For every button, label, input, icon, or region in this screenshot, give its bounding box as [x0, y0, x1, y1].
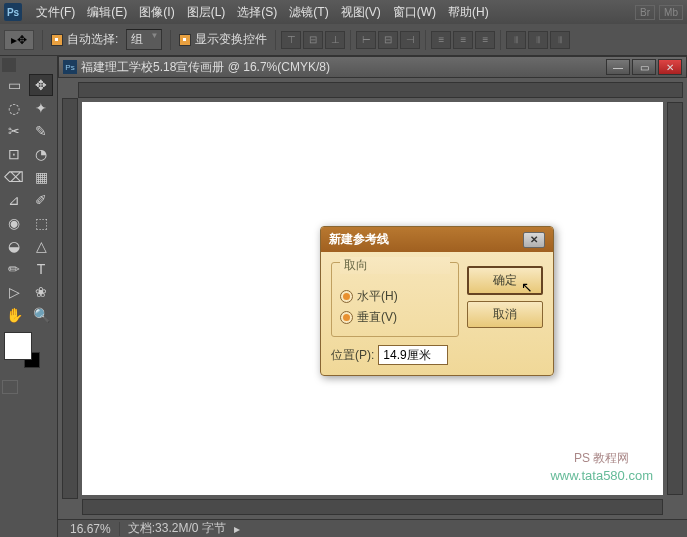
menu-layer[interactable]: 图层(L): [181, 4, 232, 21]
minimize-button[interactable]: —: [606, 59, 630, 75]
dialog-close-button[interactable]: ✕: [523, 232, 545, 248]
statusbar: 16.67% 文档:33.2M/0 字节 ▸: [58, 519, 687, 537]
menu-edit[interactable]: 编辑(E): [81, 4, 133, 21]
tool-button[interactable]: 🔍: [29, 304, 53, 326]
dist-left-icon[interactable]: ⫴: [506, 31, 526, 49]
menu-view[interactable]: 视图(V): [335, 4, 387, 21]
radio-vertical[interactable]: 垂直(V): [340, 307, 450, 328]
foreground-swatch[interactable]: [4, 332, 32, 360]
tool-button[interactable]: ✂: [2, 120, 26, 142]
autoselect-combo[interactable]: 组: [126, 29, 162, 50]
ruler-horizontal[interactable]: [78, 82, 683, 98]
tool-button[interactable]: ✦: [29, 97, 53, 119]
transform-label: 显示变换控件: [195, 31, 267, 48]
menu-select[interactable]: 选择(S): [231, 4, 283, 21]
dialog-title[interactable]: 新建参考线 ✕: [321, 227, 553, 252]
watermark-text: PS 教程网: [550, 450, 653, 467]
menubar: Ps 文件(F) 编辑(E) 图像(I) 图层(L) 选择(S) 滤镜(T) 视…: [0, 0, 687, 24]
cursor-icon: ↖: [521, 279, 533, 295]
dist-bottom-icon[interactable]: ≡: [475, 31, 495, 49]
tool-button[interactable]: ◉: [2, 212, 26, 234]
doc-info[interactable]: 文档:33.2M/0 字节: [120, 520, 234, 537]
align-left-icon[interactable]: ⊢: [356, 31, 376, 49]
align-top-icon[interactable]: ⊤: [281, 31, 301, 49]
tool-button[interactable]: ✥: [29, 74, 53, 96]
maximize-button[interactable]: ▭: [632, 59, 656, 75]
doc-icon: Ps: [63, 60, 77, 74]
toolbox: ▭✥◌✦✂✎⊡◔⌫▦⊿✐◉⬚◒△✏T▷❀✋🔍: [0, 56, 58, 537]
radio-icon: [340, 311, 353, 324]
menu-window[interactable]: 窗口(W): [387, 4, 442, 21]
current-tool-indicator[interactable]: ▸✥: [4, 30, 34, 50]
watermark-url: www.tata580.com: [550, 467, 653, 485]
dist-hcenter-icon[interactable]: ⫴: [528, 31, 548, 49]
radio-horizontal-label: 水平(H): [357, 288, 398, 305]
doc-title: 福建理工学校5.18宣传画册 @ 16.7%(CMYK/8): [81, 59, 606, 76]
ruler-vertical[interactable]: [62, 98, 78, 499]
close-button[interactable]: ✕: [658, 59, 682, 75]
ok-label: 确定: [493, 273, 517, 287]
app-logo: Ps: [4, 3, 22, 21]
minibridge-badge[interactable]: Mb: [659, 5, 683, 20]
tool-button[interactable]: ✐: [29, 189, 53, 211]
orientation-fieldset: 取向 水平(H) 垂直(V): [331, 262, 459, 337]
autoselect-checkbox[interactable]: 自动选择:: [47, 31, 122, 48]
tool-button[interactable]: ⌫: [2, 166, 26, 188]
scrollbar-horizontal[interactable]: [82, 499, 663, 515]
zoom-value[interactable]: 16.67%: [62, 522, 120, 536]
align-vcenter-icon[interactable]: ⊟: [303, 31, 323, 49]
tool-button[interactable]: ◌: [2, 97, 26, 119]
autoselect-label: 自动选择:: [67, 31, 118, 48]
align-right-icon[interactable]: ⊣: [400, 31, 420, 49]
position-input[interactable]: [378, 345, 448, 365]
tool-button[interactable]: △: [29, 235, 53, 257]
tool-button[interactable]: ▦: [29, 166, 53, 188]
scrollbar-vertical[interactable]: [667, 102, 683, 495]
orientation-legend: 取向: [340, 257, 450, 274]
menu-image[interactable]: 图像(I): [133, 4, 180, 21]
transform-checkbox[interactable]: 显示变换控件: [175, 31, 271, 48]
dist-right-icon[interactable]: ⫴: [550, 31, 570, 49]
radio-horizontal[interactable]: 水平(H): [340, 286, 450, 307]
new-guide-dialog: 新建参考线 ✕ 取向 水平(H) 垂直(V) 位置(P):: [320, 226, 554, 376]
bridge-badge[interactable]: Br: [635, 5, 655, 20]
quickmask-icon[interactable]: [2, 380, 18, 394]
tool-button[interactable]: ⊡: [2, 143, 26, 165]
dialog-title-text: 新建参考线: [329, 231, 389, 248]
position-label: 位置(P):: [331, 347, 374, 364]
tool-button[interactable]: ⊿: [2, 189, 26, 211]
cancel-button[interactable]: 取消: [467, 301, 543, 328]
menu-file[interactable]: 文件(F): [30, 4, 81, 21]
menu-filter[interactable]: 滤镜(T): [283, 4, 334, 21]
tool-button[interactable]: ❀: [29, 281, 53, 303]
tool-button[interactable]: ✏: [2, 258, 26, 280]
checkbox-icon: [179, 34, 191, 46]
tool-button[interactable]: ✎: [29, 120, 53, 142]
dist-vcenter-icon[interactable]: ≡: [453, 31, 473, 49]
tool-button[interactable]: ⬚: [29, 212, 53, 234]
tool-button[interactable]: ✋: [2, 304, 26, 326]
align-hcenter-icon[interactable]: ⊟: [378, 31, 398, 49]
radio-icon: [340, 290, 353, 303]
dist-top-icon[interactable]: ≡: [431, 31, 451, 49]
info-chevron-icon[interactable]: ▸: [234, 522, 240, 536]
tool-button[interactable]: ◒: [2, 235, 26, 257]
watermark: PS 教程网 www.tata580.com: [550, 450, 653, 485]
tool-button[interactable]: ▷: [2, 281, 26, 303]
document-titlebar: Ps 福建理工学校5.18宣传画册 @ 16.7%(CMYK/8) — ▭ ✕: [58, 56, 687, 78]
options-bar: ▸✥ 自动选择: 组 显示变换控件 ⊤ ⊟ ⊥ ⊢ ⊟ ⊣ ≡ ≡ ≡ ⫴ ⫴ …: [0, 24, 687, 56]
tool-button[interactable]: ▭: [2, 74, 26, 96]
tool-button[interactable]: ◔: [29, 143, 53, 165]
radio-vertical-label: 垂直(V): [357, 309, 397, 326]
menu-help[interactable]: 帮助(H): [442, 4, 495, 21]
tool-button[interactable]: T: [29, 258, 53, 280]
checkbox-icon: [51, 34, 63, 46]
align-bottom-icon[interactable]: ⊥: [325, 31, 345, 49]
ok-button[interactable]: 确定 ↖: [467, 266, 543, 295]
